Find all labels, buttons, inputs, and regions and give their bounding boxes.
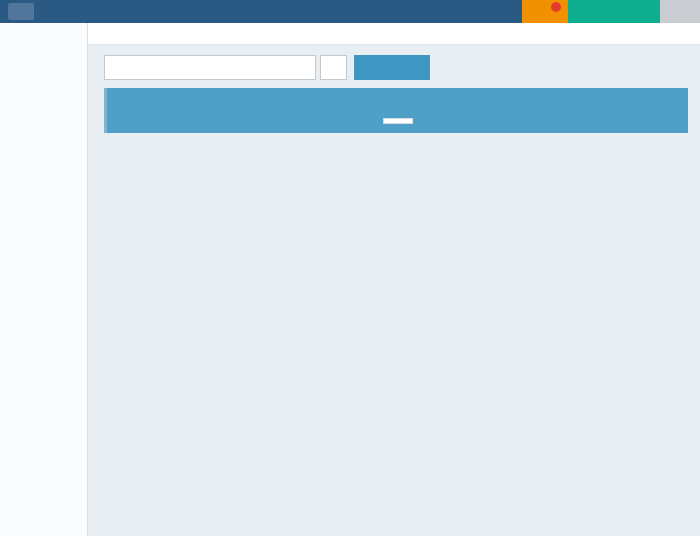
filter-footer: [107, 109, 688, 133]
filter-panel-title: [107, 88, 688, 109]
top-header: [0, 0, 700, 23]
notifications-button[interactable]: [522, 0, 568, 23]
page-content: [88, 45, 700, 536]
search-row: [104, 55, 688, 80]
search-icon: [328, 62, 340, 74]
bell-icon: [539, 5, 552, 18]
home-icon: [100, 28, 111, 39]
main-layout: [0, 23, 700, 536]
sidebar: [0, 23, 88, 536]
user-circle-icon: [577, 4, 592, 19]
search-input[interactable]: [104, 55, 316, 80]
app-window: [0, 0, 700, 536]
filter-toggle-button[interactable]: [354, 55, 430, 80]
user-menu[interactable]: [568, 0, 660, 23]
power-icon: [674, 5, 687, 18]
breadcrumb: [88, 23, 700, 45]
logout-button[interactable]: [660, 0, 700, 23]
notification-badge: [551, 2, 561, 12]
filter-panel: [104, 88, 688, 133]
main-panel: [88, 23, 700, 536]
chevron-down-icon: [392, 64, 400, 72]
header-spacer: [42, 0, 508, 23]
logo: [8, 3, 34, 20]
confirm-button[interactable]: [383, 118, 413, 124]
search-button[interactable]: [320, 55, 347, 80]
